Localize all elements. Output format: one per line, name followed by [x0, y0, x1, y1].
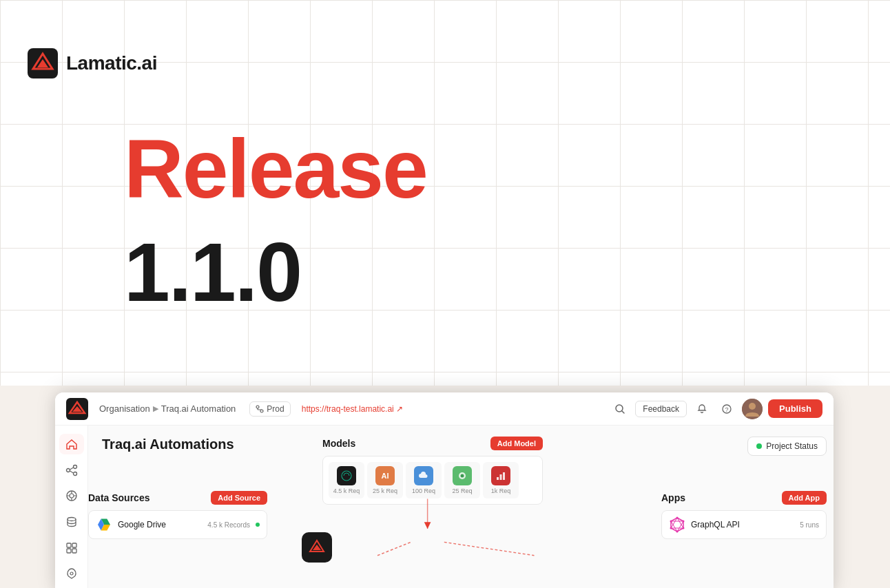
add-app-label: Add App	[789, 494, 820, 502]
app-runs-graphql: 5 runs	[800, 521, 819, 529]
source-name-google-drive: Google Drive	[118, 520, 202, 529]
project-status-button[interactable]: Project Status	[747, 437, 827, 456]
model-requests-ai: 25 k Req	[373, 487, 397, 494]
notifications-button[interactable]	[692, 399, 712, 419]
sidebar-item-deploy[interactable]	[59, 563, 84, 584]
models-header: Models Add Model	[322, 437, 543, 450]
svg-rect-36	[497, 477, 499, 480]
apps-header: Apps Add App	[661, 491, 827, 505]
svg-point-6	[256, 406, 259, 408]
sidebar-item-apps[interactable]	[59, 538, 84, 558]
svg-marker-60	[424, 522, 431, 529]
model-card-leaf[interactable]: 25 Req	[444, 462, 480, 498]
external-link-icon: ↗	[396, 404, 403, 414]
status-indicator	[756, 443, 762, 449]
pipeline-center-node[interactable]	[302, 532, 332, 563]
add-app-button[interactable]: Add App	[782, 491, 827, 505]
feedback-button[interactable]: Feedback	[635, 401, 687, 417]
sidebar-item-flow[interactable]	[59, 460, 84, 481]
pipeline-center-icon	[307, 538, 327, 557]
add-model-button[interactable]: Add Model	[490, 437, 543, 450]
svg-line-11	[622, 411, 624, 413]
graphql-icon	[669, 516, 685, 533]
svg-point-22	[70, 494, 74, 498]
app-logo-small	[66, 398, 88, 420]
app-sidebar	[55, 426, 88, 588]
model-icon-ai: AI	[375, 466, 395, 485]
source-status-dot	[256, 523, 260, 527]
version-number: 1.1.0	[124, 231, 301, 313]
app-screenshot: Organisation ▶ Traq.ai Automation Prod h…	[55, 392, 834, 588]
flow-icon	[65, 464, 78, 476]
apps-label: Apps	[661, 492, 685, 503]
svg-point-33	[342, 471, 351, 481]
app-canvas: Traq.ai Automations Models Add Model	[88, 426, 834, 588]
svg-point-32	[70, 572, 73, 575]
svg-rect-38	[503, 472, 505, 480]
data-sources-label: Data Sources	[88, 492, 149, 503]
app-item-graphql[interactable]: GraphQL API 5 runs	[661, 510, 827, 539]
add-source-label: Add Source	[218, 494, 260, 502]
database-icon	[65, 516, 78, 528]
canvas-title: Traq.ai Automations	[102, 437, 234, 452]
project-status-label: Project Status	[766, 441, 818, 451]
app-content: Traq.ai Automations Models Add Model	[55, 426, 834, 588]
svg-point-17	[73, 465, 76, 468]
bell-icon	[696, 403, 707, 414]
model-card-chart[interactable]: 1k Req	[483, 462, 519, 498]
svg-rect-37	[500, 474, 502, 480]
sidebar-item-database[interactable]	[59, 512, 84, 532]
source-item-google-drive[interactable]: Google Drive 4.5 k Records	[88, 510, 267, 539]
svg-line-57	[377, 542, 411, 555]
breadcrumb: Organisation ▶ Traq.ai Automation	[99, 403, 236, 414]
data-sources-header: Data Sources Add Source	[88, 491, 267, 505]
svg-rect-28	[67, 543, 71, 547]
branch-icon	[256, 405, 264, 413]
models-grid: 4.5 k Req AI 25 k Req	[322, 456, 543, 505]
apps-icon	[65, 542, 78, 554]
sidebar-item-home[interactable]	[59, 434, 84, 454]
app-item-name-graphql: GraphQL API	[691, 520, 794, 529]
publish-label: Publish	[779, 403, 811, 414]
svg-line-19	[70, 468, 73, 470]
logo-icon	[28, 48, 58, 78]
model-card-cloud[interactable]: 100 Req	[406, 462, 442, 498]
svg-text:?: ?	[725, 406, 729, 413]
rocket-icon	[65, 567, 78, 580]
user-avatar[interactable]	[742, 399, 763, 419]
app-url-text: https://traq-test.lamatic.ai	[302, 404, 394, 414]
models-label: Models	[322, 438, 355, 449]
add-model-label: Add Model	[497, 439, 536, 448]
model-card-ai[interactable]: AI 25 k Req	[367, 462, 403, 498]
model-requests-gpt: 4.5 k Req	[333, 487, 360, 494]
nodes-icon	[65, 490, 78, 502]
home-icon	[65, 438, 78, 450]
svg-rect-31	[72, 549, 76, 553]
feedback-label: Feedback	[643, 404, 679, 414]
model-icon-cloud	[414, 466, 433, 485]
svg-point-16	[66, 468, 70, 472]
svg-rect-30	[67, 549, 71, 553]
model-card-gpt[interactable]: 4.5 k Req	[329, 462, 364, 498]
sidebar-item-nodes[interactable]	[59, 485, 84, 506]
svg-line-58	[444, 542, 535, 555]
app-navbar: Organisation ▶ Traq.ai Automation Prod h…	[55, 392, 834, 426]
model-icon-chart	[491, 466, 510, 485]
app-url-link[interactable]: https://traq-test.lamatic.ai ↗	[302, 404, 403, 414]
breadcrumb-project: Traq.ai Automation	[161, 403, 236, 414]
help-button[interactable]: ?	[717, 399, 736, 419]
model-icon-leaf	[453, 466, 472, 485]
brand-name: Lamatic.ai	[66, 52, 157, 74]
model-requests-chart: 1k Req	[491, 487, 511, 494]
help-icon: ?	[721, 403, 732, 414]
add-source-button[interactable]: Add Source	[211, 491, 267, 505]
apps-section: Apps Add App	[661, 491, 827, 539]
google-drive-icon	[96, 516, 112, 533]
svg-line-20	[70, 471, 73, 473]
svg-point-35	[461, 474, 464, 478]
search-button[interactable]	[610, 399, 630, 419]
publish-button[interactable]: Publish	[768, 399, 822, 418]
model-icon-gpt	[337, 466, 356, 485]
svg-point-15	[749, 403, 756, 410]
env-badge[interactable]: Prod	[249, 401, 290, 417]
